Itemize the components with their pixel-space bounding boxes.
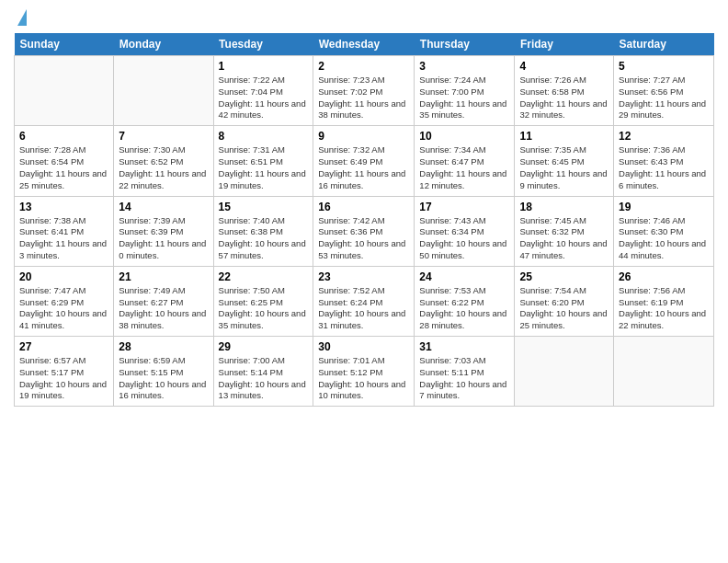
day-number: 14 xyxy=(119,201,208,213)
day-number: 25 xyxy=(519,270,609,283)
day-info: Sunrise: 7:00 AM Sunset: 5:14 PM Dayligh… xyxy=(219,355,309,402)
cell-week5-day6 xyxy=(515,337,614,407)
day-info: Sunrise: 7:32 AM Sunset: 6:49 PM Dayligh… xyxy=(318,144,409,191)
cell-week3-day3: 15Sunrise: 7:40 AM Sunset: 6:38 PM Dayli… xyxy=(213,196,313,266)
week-row-3: 13Sunrise: 7:38 AM Sunset: 6:41 PM Dayli… xyxy=(15,196,714,266)
week-row-5: 27Sunrise: 6:57 AM Sunset: 5:17 PM Dayli… xyxy=(15,337,714,407)
day-number: 16 xyxy=(318,201,409,213)
day-number: 21 xyxy=(119,270,208,283)
day-number: 18 xyxy=(519,201,609,213)
day-info: Sunrise: 7:36 AM Sunset: 6:43 PM Dayligh… xyxy=(619,144,709,191)
day-info: Sunrise: 7:39 AM Sunset: 6:39 PM Dayligh… xyxy=(119,215,208,262)
cell-week1-day2 xyxy=(114,56,213,126)
day-number: 11 xyxy=(519,130,609,143)
day-info: Sunrise: 7:42 AM Sunset: 6:36 PM Dayligh… xyxy=(318,215,409,262)
day-info: Sunrise: 7:22 AM Sunset: 7:04 PM Dayligh… xyxy=(219,75,309,121)
cell-week2-day1: 6Sunrise: 7:28 AM Sunset: 6:54 PM Daylig… xyxy=(15,126,114,196)
day-header-row: SundayMondayTuesdayWednesdayThursdayFrid… xyxy=(15,33,714,56)
day-number: 13 xyxy=(19,201,108,213)
day-info: Sunrise: 7:50 AM Sunset: 6:25 PM Dayligh… xyxy=(219,285,309,332)
day-number: 28 xyxy=(119,340,208,353)
day-info: Sunrise: 7:46 AM Sunset: 6:30 PM Dayligh… xyxy=(619,215,709,262)
day-number: 6 xyxy=(19,130,108,143)
cell-week2-day4: 9Sunrise: 7:32 AM Sunset: 6:49 PM Daylig… xyxy=(313,126,415,196)
page-container: SundayMondayTuesdayWednesdayThursdayFrid… xyxy=(0,0,728,416)
cell-week5-day5: 31Sunrise: 7:03 AM Sunset: 5:11 PM Dayli… xyxy=(415,337,515,407)
day-number: 31 xyxy=(419,340,509,353)
cell-week3-day4: 16Sunrise: 7:42 AM Sunset: 6:36 PM Dayli… xyxy=(313,196,415,266)
cell-week2-day5: 10Sunrise: 7:34 AM Sunset: 6:47 PM Dayli… xyxy=(415,126,515,196)
day-number: 22 xyxy=(219,270,309,283)
day-info: Sunrise: 7:52 AM Sunset: 6:24 PM Dayligh… xyxy=(318,285,409,332)
calendar-table: SundayMondayTuesdayWednesdayThursdayFrid… xyxy=(14,33,714,407)
cell-week3-day1: 13Sunrise: 7:38 AM Sunset: 6:41 PM Dayli… xyxy=(15,196,114,266)
day-header-tuesday: Tuesday xyxy=(213,33,313,56)
day-info: Sunrise: 7:40 AM Sunset: 6:38 PM Dayligh… xyxy=(219,215,309,262)
logo xyxy=(14,9,27,26)
cell-week3-day5: 17Sunrise: 7:43 AM Sunset: 6:34 PM Dayli… xyxy=(415,196,515,266)
day-number: 29 xyxy=(219,340,309,353)
day-number: 19 xyxy=(619,201,709,213)
day-info: Sunrise: 7:38 AM Sunset: 6:41 PM Dayligh… xyxy=(19,215,108,262)
day-info: Sunrise: 7:24 AM Sunset: 7:00 PM Dayligh… xyxy=(419,75,509,121)
day-info: Sunrise: 7:49 AM Sunset: 6:27 PM Dayligh… xyxy=(119,285,208,332)
day-info: Sunrise: 7:30 AM Sunset: 6:52 PM Dayligh… xyxy=(119,144,208,191)
cell-week4-day1: 20Sunrise: 7:47 AM Sunset: 6:29 PM Dayli… xyxy=(15,266,114,336)
cell-week3-day6: 18Sunrise: 7:45 AM Sunset: 6:32 PM Dayli… xyxy=(515,196,614,266)
day-info: Sunrise: 7:23 AM Sunset: 7:02 PM Dayligh… xyxy=(318,75,409,121)
cell-week1-day4: 2Sunrise: 7:23 AM Sunset: 7:02 PM Daylig… xyxy=(313,56,415,126)
week-row-1: 1Sunrise: 7:22 AM Sunset: 7:04 PM Daylig… xyxy=(15,56,714,126)
cell-week4-day5: 24Sunrise: 7:53 AM Sunset: 6:22 PM Dayli… xyxy=(415,266,515,336)
day-info: Sunrise: 7:27 AM Sunset: 6:56 PM Dayligh… xyxy=(619,75,709,121)
cell-week5-day7 xyxy=(614,337,714,407)
day-info: Sunrise: 7:26 AM Sunset: 6:58 PM Dayligh… xyxy=(519,75,609,121)
cell-week5-day3: 29Sunrise: 7:00 AM Sunset: 5:14 PM Dayli… xyxy=(213,337,313,407)
day-info: Sunrise: 7:34 AM Sunset: 6:47 PM Dayligh… xyxy=(419,144,509,191)
day-number: 27 xyxy=(19,340,108,353)
day-header-thursday: Thursday xyxy=(415,33,515,56)
cell-week2-day7: 12Sunrise: 7:36 AM Sunset: 6:43 PM Dayli… xyxy=(614,126,714,196)
day-number: 9 xyxy=(318,130,409,143)
day-number: 12 xyxy=(619,130,709,143)
cell-week1-day3: 1Sunrise: 7:22 AM Sunset: 7:04 PM Daylig… xyxy=(213,56,313,126)
day-info: Sunrise: 7:54 AM Sunset: 6:20 PM Dayligh… xyxy=(519,285,609,332)
day-number: 30 xyxy=(318,340,409,353)
day-number: 5 xyxy=(619,60,709,73)
day-number: 8 xyxy=(219,130,309,143)
day-info: Sunrise: 7:56 AM Sunset: 6:19 PM Dayligh… xyxy=(619,285,709,332)
cell-week2-day3: 8Sunrise: 7:31 AM Sunset: 6:51 PM Daylig… xyxy=(213,126,313,196)
cell-week1-day5: 3Sunrise: 7:24 AM Sunset: 7:00 PM Daylig… xyxy=(415,56,515,126)
cell-week1-day1 xyxy=(15,56,114,126)
day-number: 20 xyxy=(19,270,108,283)
week-row-2: 6Sunrise: 7:28 AM Sunset: 6:54 PM Daylig… xyxy=(15,126,714,196)
cell-week1-day7: 5Sunrise: 7:27 AM Sunset: 6:56 PM Daylig… xyxy=(614,56,714,126)
day-header-friday: Friday xyxy=(515,33,614,56)
cell-week4-day3: 22Sunrise: 7:50 AM Sunset: 6:25 PM Dayli… xyxy=(213,266,313,336)
cell-week4-day4: 23Sunrise: 7:52 AM Sunset: 6:24 PM Dayli… xyxy=(313,266,415,336)
day-number: 2 xyxy=(318,60,409,73)
day-info: Sunrise: 7:03 AM Sunset: 5:11 PM Dayligh… xyxy=(419,355,509,402)
cell-week4-day7: 26Sunrise: 7:56 AM Sunset: 6:19 PM Dayli… xyxy=(614,266,714,336)
day-number: 4 xyxy=(519,60,609,73)
day-number: 10 xyxy=(419,130,509,143)
day-number: 26 xyxy=(619,270,709,283)
cell-week3-day7: 19Sunrise: 7:46 AM Sunset: 6:30 PM Dayli… xyxy=(614,196,714,266)
day-info: Sunrise: 7:47 AM Sunset: 6:29 PM Dayligh… xyxy=(19,285,108,332)
day-number: 3 xyxy=(419,60,509,73)
cell-week5-day1: 27Sunrise: 6:57 AM Sunset: 5:17 PM Dayli… xyxy=(15,337,114,407)
cell-week5-day4: 30Sunrise: 7:01 AM Sunset: 5:12 PM Dayli… xyxy=(313,337,415,407)
day-number: 7 xyxy=(119,130,208,143)
day-info: Sunrise: 7:35 AM Sunset: 6:45 PM Dayligh… xyxy=(519,144,609,191)
day-info: Sunrise: 7:28 AM Sunset: 6:54 PM Dayligh… xyxy=(19,144,108,191)
day-number: 23 xyxy=(318,270,409,283)
cell-week4-day2: 21Sunrise: 7:49 AM Sunset: 6:27 PM Dayli… xyxy=(114,266,213,336)
day-info: Sunrise: 7:45 AM Sunset: 6:32 PM Dayligh… xyxy=(519,215,609,262)
week-row-4: 20Sunrise: 7:47 AM Sunset: 6:29 PM Dayli… xyxy=(15,266,714,336)
cell-week1-day6: 4Sunrise: 7:26 AM Sunset: 6:58 PM Daylig… xyxy=(515,56,614,126)
day-info: Sunrise: 6:59 AM Sunset: 5:15 PM Dayligh… xyxy=(119,355,208,402)
day-header-sunday: Sunday xyxy=(15,33,114,56)
day-number: 15 xyxy=(219,201,309,213)
day-info: Sunrise: 6:57 AM Sunset: 5:17 PM Dayligh… xyxy=(19,355,108,402)
day-number: 24 xyxy=(419,270,509,283)
day-info: Sunrise: 7:01 AM Sunset: 5:12 PM Dayligh… xyxy=(318,355,409,402)
